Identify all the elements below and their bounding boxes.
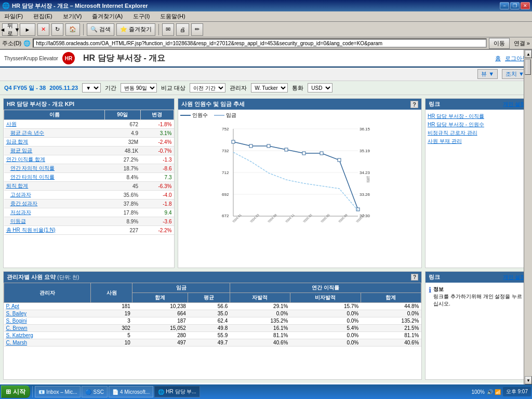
kpi-row-name[interactable]: 총 HR 직원 비율(1:N) [4,226,105,235]
currency-dropdown[interactable]: USD [308,83,332,92]
links-panel-top-header: 링크 개인 설정 [425,99,528,110]
mgr-row-sal-avg: 49.8 [188,325,230,332]
links-panel-top: 링크 개인 설정 HR 담당 부서장 - 이직률 HR 담당 부서장 - 인원수… [425,98,529,268]
manager-summary-help[interactable]: ? [411,274,418,281]
mgr-row-name[interactable]: S. Katzberg [4,332,91,339]
kpi-row-val: 32M [105,138,141,147]
mgr-row-invol: 0.0% [290,317,361,325]
link-contingent[interactable]: 비정규직 근로자 관리 [428,129,526,137]
back-button[interactable]: ◄ 뒤로 ▼ [2,23,18,36]
kpi-row-name[interactable]: 연간 이직률 합계 [4,155,105,164]
menu-help[interactable]: 도움말(H) [158,11,187,21]
svg-rect-21 [302,152,305,155]
address-input[interactable] [33,38,487,48]
date-dropdown[interactable]: ▼ [82,83,101,92]
mgr-row-sal-total: 497 [132,339,188,347]
kpi-row-name[interactable]: 고성과자 [4,191,105,200]
mgr-row-name[interactable]: P. Apt [4,303,91,310]
trend-chart: 752 732 712 692 672 36.15 35.19 34.23 33… [180,121,419,222]
manager-summary-header: 관리자별 사원 요약 (단위: 천) ? [4,272,421,283]
mail-button[interactable]: ✉ [162,23,174,36]
mgr-row-headcount: 5 [91,332,132,339]
kpi-row-name[interactable]: 평균 임금 [4,147,105,155]
close-button[interactable]: ✕ [521,2,530,9]
top-row: HR 담당 부서장 - 개요 KPI 이름 90일 변경 사원 672 -1.8… [3,98,529,268]
mgr-row-name[interactable]: C. Brown [4,325,91,332]
back-arrow-icon: ◄ [0,26,6,33]
svg-rect-20 [285,148,288,151]
title-bar: 🌐 HR 담당 부서장 - 개요 – Microsoft Internet Ex… [0,0,532,11]
link-turnover[interactable]: HR 담당 부서장 - 이직률 [428,113,526,120]
mgr-row-total: 21.5% [361,325,421,332]
info-box: ℹ 정보 링크를 추가하기위해 개인 설정을 누르십시오. [429,286,525,308]
kpi-row-change: 7.3 [140,173,174,182]
taskbar-inbox[interactable]: 📧 Inbox – Mic... [35,386,81,396]
kpi-row-name[interactable]: 연간 자의적 이직률 [4,164,105,173]
edit-button[interactable]: ✏ [191,23,203,36]
kpi-row-name[interactable]: 저성과자 [4,208,105,217]
bottom-row: 관리자별 사원 요약 (단위: 천) ? 관리자 사원 임금 연간 이직률 [3,271,529,380]
kpi-row-change: -4.0 [140,191,174,200]
home-link[interactable]: 홈 [495,55,501,62]
compare-dropdown[interactable]: 이전 기간 [190,83,225,92]
go-button[interactable]: 이동 [489,38,510,49]
app-icon: 🌐 [2,2,10,9]
kpi-row-name[interactable]: 평균 근속 년수 [4,129,105,138]
search-button[interactable]: 🔍 검색 [87,23,114,36]
manager-dropdown[interactable]: W. Tucker [251,83,288,92]
mgr-row-sal-total: 15,052 [132,325,188,332]
menu-view[interactable]: 보기(V) [61,11,84,21]
kpi-row-val: 27.2% [105,155,141,164]
scrollbar[interactable]: ▲ ▼ [524,50,532,384]
taskbar-microsoft[interactable]: 📄 4 Microsoft... [109,386,153,396]
link-absence[interactable]: 사원 부재 관리 [428,138,526,145]
home-button[interactable]: 🏠 [65,23,80,36]
address-icon: 🌐 [23,40,31,47]
start-button[interactable]: ⊞ 시작 [1,385,30,396]
stop-button[interactable]: ✕ [37,23,49,36]
menu-favorites[interactable]: 즐겨찾기(A) [90,11,125,21]
period-type-dropdown[interactable]: 변동 90일 [121,83,157,92]
address-label: 주소(D) [2,39,21,47]
taskbar-hr[interactable]: 🌐 HR 담당 부... [154,386,200,396]
link-headcount[interactable]: HR 담당 부서장 - 인원수 [428,121,526,128]
mgr-row-sal-total: 10,238 [132,303,188,310]
compare-label: 비교 대상 [161,84,185,92]
svg-text:2004.08: 2004.08 [267,213,277,222]
links-label: 연결 » [514,39,530,47]
mgr-row-sal-total: 664 [132,310,188,317]
mgr-row-name[interactable]: C. Marsh [4,339,91,347]
kpi-row-name[interactable]: 연간 타의적 이직률 [4,173,105,182]
kpi-row-name[interactable]: 퇴직 합계 [4,182,105,191]
mgr-col-headcount: 사원 [91,283,132,303]
kpi-row-val: 17.8% [105,208,141,217]
taskbar-ssc[interactable]: 🔵 SSC [82,386,108,396]
favorites-button[interactable]: ⭐ 즐겨찾기 [116,23,155,36]
scroll-up-button[interactable]: ▲ [525,50,532,58]
mgr-row-vol: 81.1% [230,332,290,339]
kpi-row-name[interactable]: 사원 [4,120,105,129]
kpi-row-change: -1.3 [140,155,174,164]
refresh-button[interactable]: ↻ [51,23,63,36]
mgr-row-name[interactable]: S. Bailey [4,310,91,317]
forward-button[interactable]: ► [20,23,35,36]
manager-label: 관리자 [230,84,247,92]
minimize-button[interactable]: − [500,2,509,9]
print-button[interactable]: 🖨 [176,23,189,36]
kpi-row-name[interactable]: 미등급 [4,217,105,226]
scroll-thumb[interactable] [525,59,531,75]
taskbar: ⊞ 시작 📧 Inbox – Mic... 🔵 SSC 📄 4 Microsof… [0,384,532,396]
menu-file[interactable]: 파일(F) [2,11,25,21]
kpi-row-name[interactable]: 임금 합계 [4,138,105,147]
mgr-col-voluntary: 자발적 [230,293,290,303]
info-text: 링크를 추가하기위해 개인 설정을 누르십시오. [433,293,525,308]
mgr-row-sal-avg: 62.4 [188,317,230,325]
menu-tools[interactable]: 도구(I) [131,11,152,21]
kpi-row-name[interactable]: 중간 성과자 [4,200,105,208]
menu-edit[interactable]: 편집(E) [31,11,55,21]
secondary-header: 뷰 ▼ 조치 ▼ [0,68,532,81]
scroll-down-button[interactable]: ▼ [525,376,532,384]
view-button[interactable]: 뷰 ▼ [477,69,498,79]
mgr-row-name[interactable]: S. Bogini [4,317,91,325]
restore-button[interactable]: ❐ [510,2,520,9]
